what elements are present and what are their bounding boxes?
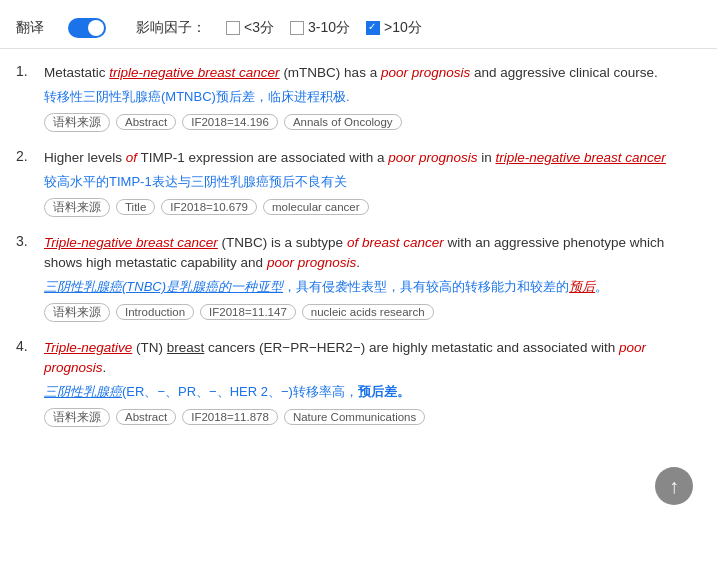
tag-if-3[interactable]: IF2018=11.147 [200,304,296,320]
keyword-prognosis-4: poor prognosis [44,340,646,375]
toggle-switch[interactable] [68,18,106,38]
zh-underline-3: 三阴性乳腺癌(TNBC)是乳腺癌的一种亚型 [44,279,283,294]
result-item-2: Higher levels of TIMP-1 expression are a… [16,148,701,217]
result-body-3: Triple-negative breast cancer (TNBC) is … [44,233,701,322]
toggle-thumb [88,20,104,36]
tag-if-1[interactable]: IF2018=14.196 [182,114,278,130]
result-body-1: Metastatic triple-negative breast cancer… [44,63,701,132]
en-text-1: Metastatic triple-negative breast cancer… [44,63,701,83]
filter-group: <3分 3-10分 >10分 [226,19,422,37]
keyword-breast-4: breast [167,340,205,355]
en-text-4: Triple-negative (TN) breast cancers (ER−… [44,338,701,379]
checkbox-lt3[interactable] [226,21,240,35]
en-text-3: Triple-negative breast cancer (TNBC) is … [44,233,701,274]
tag-journal-4[interactable]: Nature Communications [284,409,425,425]
results-list: Metastatic triple-negative breast cancer… [16,63,701,427]
keyword-of-2: of [126,150,137,165]
zh-bold-4: 预后差。 [358,384,410,399]
tag-if-4[interactable]: IF2018=11.878 [182,409,278,425]
tags-2: 语料来源 Title IF2018=10.679 molecular cance… [44,198,701,217]
filter-gt10-label: >10分 [384,19,422,37]
keyword-tn-4: Triple-negative [44,340,132,355]
result-item-4: Triple-negative (TN) breast cancers (ER−… [16,338,701,427]
filter-gt10[interactable]: >10分 [366,19,422,37]
zh-underline-4: 三阴性乳腺癌 [44,384,122,399]
keyword-tnbc-3: Triple-negative breast cancer [44,235,218,250]
result-item-3: Triple-negative breast cancer (TNBC) is … [16,233,701,322]
keyword-tnbc-2: triple-negative breast cancer [496,150,666,165]
keyword-prognosis-2: poor prognosis [388,150,477,165]
translate-label: 翻译 [16,19,44,37]
impact-factor-label: 影响因子： [136,19,206,37]
zh-text-3: 三阴性乳腺癌(TNBC)是乳腺癌的一种亚型，具有侵袭性表型，具有较高的转移能力和… [44,277,701,297]
result-item-1: Metastatic triple-negative breast cancer… [16,63,701,132]
checkbox-3to10[interactable] [290,21,304,35]
result-body-2: Higher levels of TIMP-1 expression are a… [44,148,701,217]
tag-source-4[interactable]: 语料来源 [44,408,110,427]
tag-source-2[interactable]: 语料来源 [44,198,110,217]
tag-title-2[interactable]: Title [116,199,155,215]
keyword-prognosis-1: poor prognosis [381,65,470,80]
tags-1: 语料来源 Abstract IF2018=14.196 Annals of On… [44,113,701,132]
tag-source-1[interactable]: 语料来源 [44,113,110,132]
tag-journal-1[interactable]: Annals of Oncology [284,114,402,130]
filter-lt3-label: <3分 [244,19,274,37]
zh-text-2: 较高水平的TIMP-1表达与三阴性乳腺癌预后不良有关 [44,172,701,192]
scroll-to-top-button[interactable]: ↑ [655,467,693,505]
tag-journal-2[interactable]: molecular cancer [263,199,369,215]
keyword-of-3: of breast cancer [347,235,444,250]
content-area: Metastatic triple-negative breast cancer… [0,57,717,453]
tags-4: 语料来源 Abstract IF2018=11.878 Nature Commu… [44,408,701,427]
keyword-tnbc-1: triple-negative breast cancer [109,65,279,80]
tag-abstract-4[interactable]: Abstract [116,409,176,425]
top-bar: 翻译 影响因子： <3分 3-10分 >10分 [0,10,717,49]
tag-if-2[interactable]: IF2018=10.679 [161,199,257,215]
result-body-4: Triple-negative (TN) breast cancers (ER−… [44,338,701,427]
filter-3to10-label: 3-10分 [308,19,350,37]
tags-3: 语料来源 Introduction IF2018=11.147 nucleic … [44,303,701,322]
filter-3to10[interactable]: 3-10分 [290,19,350,37]
en-text-2: Higher levels of TIMP-1 expression are a… [44,148,701,168]
keyword-prognosis-3: poor prognosis [267,255,356,270]
filter-lt3[interactable]: <3分 [226,19,274,37]
tag-source-3[interactable]: 语料来源 [44,303,110,322]
checkbox-gt10[interactable] [366,21,380,35]
tag-abstract-1[interactable]: Abstract [116,114,176,130]
scroll-top-arrow-icon: ↑ [669,476,679,496]
zh-text-4: 三阴性乳腺癌(ER、−、PR、−、HER 2、−)转移率高，预后差。 [44,382,701,402]
tag-journal-3[interactable]: nucleic acids research [302,304,434,320]
tag-intro-3[interactable]: Introduction [116,304,194,320]
zh-text-1: 转移性三阴性乳腺癌(MTNBC)预后差，临床进程积极. [44,87,701,107]
zh-red-3: 预后 [569,279,595,294]
